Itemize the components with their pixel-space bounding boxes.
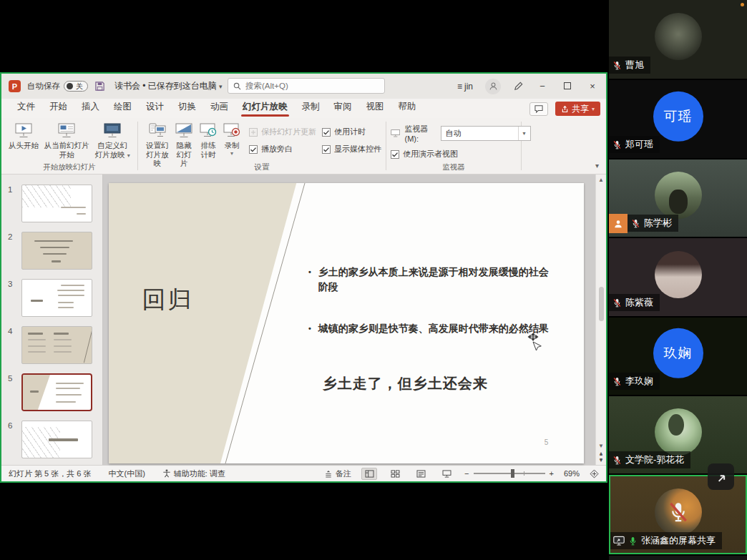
use-presenter-view-checkbox[interactable]: 使用演示者视图: [391, 149, 458, 159]
tab-file[interactable]: 文件: [10, 98, 42, 118]
slide-title[interactable]: 回归: [142, 284, 193, 316]
minimize-button[interactable]: −: [536, 81, 549, 92]
ppt-menubar: 文件 开始 插入 绘图 设计 切换 动画 幻灯片放映 录制 审阅 视图 帮助: [1, 99, 606, 118]
slide-thumbnail-6[interactable]: 6: [21, 421, 92, 458]
custom-slideshow-dropdown-icon: ▾: [127, 152, 130, 159]
checkbox-checked-icon: [322, 145, 331, 154]
participant-name-label: 陈学彬: [628, 215, 678, 232]
slide-thumbnail-5-selected[interactable]: 5: [21, 373, 92, 411]
powerpoint-app-icon[interactable]: P: [9, 80, 21, 92]
account-avatar-icon[interactable]: [485, 79, 501, 94]
accessibility-status[interactable]: 辅助功能: 调查: [162, 468, 225, 479]
participant-name: 文学院-郭花花: [625, 453, 684, 466]
autosave-toggle[interactable]: 自动保存 关: [27, 81, 88, 92]
tab-slideshow[interactable]: 幻灯片放映: [235, 98, 295, 118]
slide-thumbnail-1[interactable]: 1: [21, 185, 92, 222]
zoom-percentage[interactable]: 69%: [564, 469, 580, 478]
share-button[interactable]: 共享 ▾: [555, 102, 600, 116]
ribbon-group-monitors: 监视器(M): 自动 ▾ 使用演示者视图 监视器: [386, 118, 521, 174]
save-icon[interactable]: [94, 81, 105, 92]
zoom-in-icon[interactable]: +: [550, 469, 554, 478]
tab-view[interactable]: 视图: [359, 98, 391, 118]
tab-transitions[interactable]: 切换: [171, 98, 203, 118]
tab-insert[interactable]: 插入: [74, 98, 107, 118]
language-indicator[interactable]: 中文(中国): [109, 468, 145, 479]
checkbox-checked-icon: [391, 150, 399, 159]
slide-sorter-view-button[interactable]: [387, 468, 403, 480]
participant-name-label: 文学院-郭花花: [609, 451, 690, 468]
play-narrations-checkbox[interactable]: 播放旁白: [249, 144, 316, 154]
slideshow-view-button[interactable]: [439, 468, 454, 480]
ppt-ribbon: 从头开始 从当前幻灯片开始 自定义幻灯片放映 ▾ 开始放映幻灯片: [1, 118, 606, 175]
mic-muted-icon: [612, 455, 622, 466]
fit-to-window-icon[interactable]: [590, 469, 599, 478]
collapse-ribbon-icon[interactable]: ▾: [595, 162, 599, 170]
tab-animations[interactable]: 动画: [203, 98, 235, 118]
record-button[interactable]: 录制 ▾: [220, 122, 243, 157]
slide-thumbnail-3[interactable]: 3: [21, 279, 92, 317]
from-beginning-button[interactable]: 从头开始: [6, 122, 42, 151]
show-media-controls-checkbox[interactable]: 显示媒体控件: [322, 144, 381, 154]
scrollbar-thumb[interactable]: [599, 287, 604, 321]
participant-name-label: 陈紫薇: [609, 294, 660, 311]
mic-muted-icon: [612, 139, 622, 150]
rehearse-timings-button[interactable]: 排练计时: [196, 122, 220, 159]
participant-tile[interactable]: 文学院-郭花花: [609, 396, 747, 473]
scroll-up-icon[interactable]: ▲: [598, 177, 604, 183]
tab-review[interactable]: 审阅: [327, 98, 359, 118]
normal-view-button[interactable]: [361, 468, 377, 480]
custom-slideshow-button[interactable]: 自定义幻灯片放映 ▾: [92, 122, 133, 159]
participant-tile[interactable]: 曹旭: [609, 0, 747, 79]
slide-counter: 幻灯片 第 5 张，共 6 张: [9, 468, 92, 479]
hide-slide-icon: [175, 122, 193, 139]
slide-thumbnail-2[interactable]: 2: [21, 232, 92, 270]
ppt-workarea: 1 2: [1, 175, 606, 465]
hide-slide-button[interactable]: 隐藏幻灯片: [172, 122, 196, 169]
slide-thumbnail-4[interactable]: 4: [21, 326, 92, 364]
zoom-slider[interactable]: − +: [464, 469, 554, 478]
search-input[interactable]: [245, 82, 360, 90]
scroll-down-icon[interactable]: ▼: [598, 443, 604, 449]
autosave-switch[interactable]: 关: [64, 81, 88, 92]
monitor-select[interactable]: 自动 ▾: [441, 126, 531, 141]
popout-share-button[interactable]: [708, 463, 734, 490]
ribbon-group-start-slideshow: 从头开始 从当前幻灯片开始 自定义幻灯片放映 ▾ 开始放映幻灯片: [1, 118, 137, 174]
maximize-button[interactable]: [561, 81, 574, 92]
draw-pen-icon[interactable]: [513, 81, 524, 92]
vertical-scrollbar[interactable]: ▲ ▼ ▲▲ ▼▼: [595, 175, 606, 465]
notes-button[interactable]: 备注: [324, 468, 351, 479]
slide-bullet-list[interactable]: •乡土的家乡从本质上来说是源于相对发展缓慢的社会阶段 •城镇的家乡则是快节奏、高…: [308, 265, 555, 336]
current-slide[interactable]: 回归 •乡土的家乡从本质上来说是源于相对发展缓慢的社会阶段 •城镇的家乡则是快节…: [109, 183, 584, 463]
previous-slide-button[interactable]: ▲▲: [599, 452, 604, 456]
document-title[interactable]: 读书会 • 已保存到这台电脑▾: [114, 80, 222, 92]
ribbon-group-setup: 设置幻灯片放映 隐藏幻灯片 排练计时 录制 ▾: [138, 118, 386, 174]
participant-tile[interactable]: 陈学彬: [609, 159, 747, 237]
reading-view-button[interactable]: [413, 468, 429, 480]
tab-home[interactable]: 开始: [42, 98, 74, 118]
tab-help[interactable]: 帮助: [391, 98, 424, 118]
zoom-out-icon[interactable]: −: [464, 469, 469, 478]
avatar: [655, 251, 702, 298]
screen-share-view: P 自动保存 关 读书会 • 已保存到这台电脑▾ ≡jin: [0, 72, 607, 483]
tab-design[interactable]: 设计: [139, 98, 171, 118]
tab-record[interactable]: 录制: [295, 98, 327, 118]
slide-closing-text[interactable]: 乡土走了，但乡土还会来: [323, 374, 488, 393]
participant-tile[interactable]: 陈紫薇: [609, 238, 747, 316]
participant-tile[interactable]: 玖娴 李玖娴: [609, 318, 747, 395]
user-account-chip[interactable]: ≡jin: [457, 82, 473, 92]
monitor-icon: [391, 129, 400, 138]
participant-name-label: 曹旭: [609, 57, 650, 74]
zoom-slider-thumb[interactable]: [511, 469, 514, 478]
share-dropdown-icon: ▾: [592, 106, 595, 112]
from-current-slide-button[interactable]: 从当前幻灯片开始: [42, 122, 92, 159]
tab-draw[interactable]: 绘图: [107, 98, 139, 118]
participant-name: 郑可瑶: [625, 138, 653, 151]
close-button[interactable]: ×: [586, 81, 599, 92]
use-timings-checkbox[interactable]: 使用计时: [322, 127, 381, 137]
setup-slideshow-button[interactable]: 设置幻灯片放映: [142, 122, 172, 169]
next-slide-button[interactable]: ▼▼: [599, 458, 604, 462]
rehearse-timings-icon: [199, 122, 218, 139]
participant-tile[interactable]: 可瑶 郑可瑶: [609, 80, 747, 158]
search-bar[interactable]: [228, 78, 385, 94]
comments-button[interactable]: [529, 102, 548, 116]
